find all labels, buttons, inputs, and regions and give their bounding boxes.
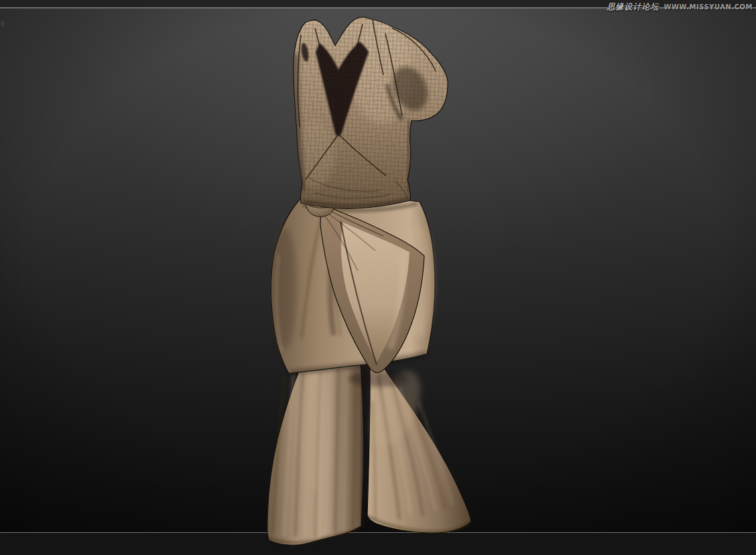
zbrush-document-window: 思缘设计论坛 WWW.MISSYUAN.COM bbox=[0, 0, 756, 555]
top-frame-strip bbox=[0, 0, 756, 7]
bottom-frame-line bbox=[0, 532, 756, 533]
bottom-frame-strip bbox=[0, 533, 756, 555]
sculpt-viewport[interactable] bbox=[0, 0, 756, 555]
canvas-edge-mark bbox=[1, 21, 4, 27]
top-frame-line bbox=[0, 7, 756, 8]
drape-cast-shadow bbox=[349, 371, 409, 387]
